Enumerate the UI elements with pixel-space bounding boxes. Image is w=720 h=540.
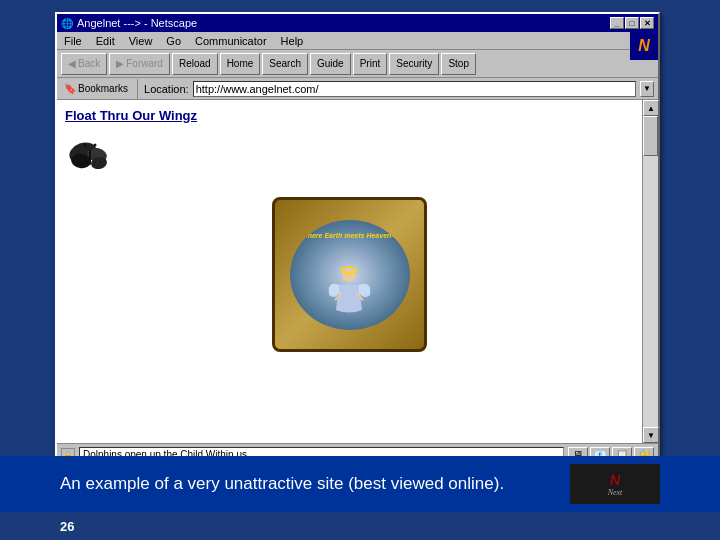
menu-go[interactable]: Go <box>163 35 184 47</box>
stop-button[interactable]: Stop <box>441 53 476 75</box>
window-title: Angelnet ---> - Netscape <box>77 17 197 29</box>
guide-label: Guide <box>317 58 344 69</box>
butterfly-icon <box>65 133 115 183</box>
scroll-thumb[interactable] <box>643 116 658 156</box>
title-bar-left: 🌐 Angelnet ---> - Netscape <box>61 17 197 29</box>
logo-content: N Next <box>608 472 623 497</box>
back-label: Back <box>78 58 100 69</box>
svg-rect-4 <box>89 151 91 165</box>
security-button[interactable]: Security <box>389 53 439 75</box>
toolbar: ◀ Back ▶ Forward Reload Home Search Guid… <box>57 50 658 78</box>
url-dropdown-button[interactable]: ▼ <box>640 81 654 97</box>
page-title: Float Thru Our Wingz <box>65 108 634 123</box>
print-label: Print <box>360 58 381 69</box>
title-bar: 🌐 Angelnet ---> - Netscape _ □ ✕ <box>57 14 658 32</box>
scroll-down-button[interactable]: ▼ <box>643 427 659 443</box>
back-icon: ◀ <box>68 58 76 69</box>
guide-button[interactable]: Guide <box>310 53 351 75</box>
forward-icon: ▶ <box>116 58 124 69</box>
location-bar: 🔖 Bookmarks Location: ▼ <box>57 78 658 100</box>
search-label: Search <box>269 58 301 69</box>
browser-window: 🌐 Angelnet ---> - Netscape _ □ ✕ File Ed… <box>55 12 660 467</box>
print-button[interactable]: Print <box>353 53 388 75</box>
vertical-scrollbar: ▲ ▼ <box>642 100 658 443</box>
center-image-container: «here Earth meets Heaven» <box>65 197 634 352</box>
menu-file[interactable]: File <box>61 35 85 47</box>
page-number: 26 <box>60 519 74 534</box>
svg-point-9 <box>342 268 356 282</box>
location-label: Location: <box>144 83 189 95</box>
close-button[interactable]: ✕ <box>640 17 654 29</box>
menu-edit[interactable]: Edit <box>93 35 118 47</box>
logo-area: N Next <box>570 464 660 504</box>
logo-swoosh: N <box>608 472 623 488</box>
netscape-logo: N <box>630 32 658 60</box>
angel-svg <box>327 265 372 325</box>
menu-communicator[interactable]: Communicator <box>192 35 270 47</box>
oval-inner: «here Earth meets Heaven» <box>290 220 410 330</box>
reload-button[interactable]: Reload <box>172 53 218 75</box>
stop-label: Stop <box>448 58 469 69</box>
back-button[interactable]: ◀ Back <box>61 53 107 75</box>
menu-view[interactable]: View <box>126 35 156 47</box>
logo-text: Next <box>608 488 623 497</box>
title-bar-buttons: _ □ ✕ <box>610 17 654 29</box>
footer-bar: 26 <box>0 512 720 540</box>
menu-bar: File Edit View Go Communicator Help <box>57 32 658 50</box>
caption-text: An example of a very unattractive site (… <box>60 474 504 494</box>
svg-point-8 <box>94 144 97 147</box>
menu-help[interactable]: Help <box>278 35 307 47</box>
butterfly-container <box>65 133 634 187</box>
forward-button[interactable]: ▶ Forward <box>109 53 170 75</box>
scroll-track[interactable] <box>643 116 658 427</box>
caption-bar: An example of a very unattractive site (… <box>0 456 720 512</box>
forward-label: Forward <box>126 58 163 69</box>
minimize-button[interactable]: _ <box>610 17 624 29</box>
bookmarks-button[interactable]: 🔖 Bookmarks <box>61 83 131 94</box>
oval-frame: «here Earth meets Heaven» <box>272 197 427 352</box>
scroll-up-button[interactable]: ▲ <box>643 100 659 116</box>
oval-text: «here Earth meets Heaven» <box>304 232 395 239</box>
separator <box>137 79 138 99</box>
sidebar-strip <box>0 12 55 467</box>
security-label: Security <box>396 58 432 69</box>
home-button[interactable]: Home <box>220 53 261 75</box>
content-area: Float Thru Our Wingz <box>57 100 642 443</box>
search-button[interactable]: Search <box>262 53 308 75</box>
bookmark-icon: 🔖 <box>64 83 76 94</box>
url-input[interactable] <box>193 81 636 97</box>
maximize-button[interactable]: □ <box>625 17 639 29</box>
app-icon: 🌐 <box>61 18 73 29</box>
home-label: Home <box>227 58 254 69</box>
reload-label: Reload <box>179 58 211 69</box>
content-wrapper: Float Thru Our Wingz <box>57 100 658 443</box>
bookmarks-label: Bookmarks <box>78 83 128 94</box>
svg-point-7 <box>84 144 87 147</box>
